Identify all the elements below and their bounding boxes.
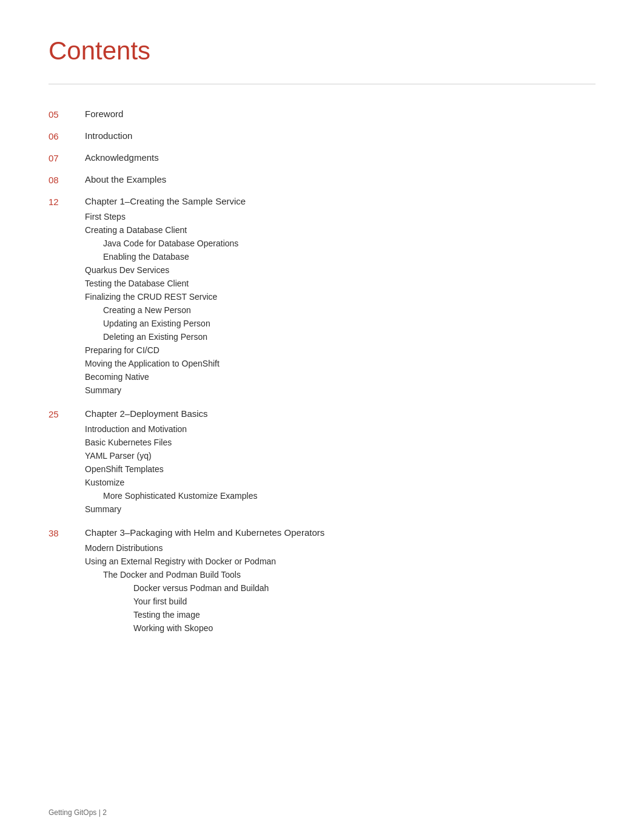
subsection-entry: Moving the Application to OpenShift — [85, 359, 595, 368]
footer: Getting GitOps | 2 — [49, 808, 107, 817]
subsection-entry: More Sophisticated Kustomize Examples — [85, 491, 595, 501]
toc-label: Introduction — [85, 130, 132, 141]
chapter-block: 38 Chapter 3–Packaging with Helm and Kub… — [49, 527, 595, 633]
chapter-number: 12 — [49, 196, 85, 207]
subsection-list: First StepsCreating a Database ClientJav… — [85, 212, 595, 395]
subsection-entry: OpenShift Templates — [85, 464, 595, 474]
subsection-entry: Becoming Native — [85, 372, 595, 382]
subsection-entry: Working with Skopeo — [85, 623, 595, 633]
subsection-entry: Finalizing the CRUD REST Service — [85, 292, 595, 302]
toc-number: 06 — [49, 130, 85, 141]
subsection-entry: The Docker and Podman Build Tools — [85, 570, 595, 580]
subsection-entry: Deleting an Existing Person — [85, 332, 595, 342]
chapter-label: Chapter 3–Packaging with Helm and Kubern… — [85, 527, 324, 538]
subsection-entry: Testing the Database Client — [85, 279, 595, 288]
subsection-entry: Enabling the Database — [85, 252, 595, 262]
chapter-block: 25 Chapter 2–Deployment Basics Introduct… — [49, 408, 595, 514]
subsection-entry: Preparing for CI/CD — [85, 345, 595, 355]
chapter-number: 38 — [49, 527, 85, 538]
subsection-entry: First Steps — [85, 212, 595, 221]
toc-simple-entry: 08 About the Examples — [49, 174, 595, 185]
chapter-number: 25 — [49, 408, 85, 419]
page-title: Contents — [49, 36, 595, 66]
subsection-entry: Modern Distributions — [85, 543, 595, 553]
toc-label: Acknowledgments — [85, 152, 159, 163]
subsection-entry: Testing the image — [85, 610, 595, 620]
subsection-entry: Creating a Database Client — [85, 225, 595, 235]
subsection-entry: Your first build — [85, 597, 595, 606]
subsection-entry: Docker versus Podman and Buildah — [85, 583, 595, 593]
toc-simple-entry: 05 Foreword — [49, 109, 595, 120]
toc-number: 08 — [49, 174, 85, 185]
simple-entries: 05 Foreword 06 Introduction 07 Acknowled… — [49, 109, 595, 185]
subsection-entry: Creating a New Person — [85, 305, 595, 315]
chapter-entries: 12 Chapter 1–Creating the Sample Service… — [49, 196, 595, 633]
subsection-list: Introduction and MotivationBasic Kuberne… — [85, 424, 595, 514]
subsection-entry: Basic Kubernetes Files — [85, 438, 595, 447]
toc-number: 05 — [49, 109, 85, 120]
subsection-entry: Summary — [85, 385, 595, 395]
toc-label: Foreword — [85, 109, 123, 119]
subsection-entry: Updating an Existing Person — [85, 319, 595, 328]
subsection-entry: Kustomize — [85, 478, 595, 487]
subsection-entry: YAML Parser (yq) — [85, 451, 595, 461]
subsection-entry: Introduction and Motivation — [85, 424, 595, 434]
chapter-label: Chapter 1–Creating the Sample Service — [85, 196, 246, 206]
toc-number: 07 — [49, 152, 85, 163]
toc-container: 05 Foreword 06 Introduction 07 Acknowled… — [49, 109, 595, 633]
chapter-block: 12 Chapter 1–Creating the Sample Service… — [49, 196, 595, 395]
subsection-entry: Java Code for Database Operations — [85, 238, 595, 248]
subsection-entry: Using an External Registry with Docker o… — [85, 556, 595, 566]
page: Contents 05 Foreword 06 Introduction 07 … — [0, 0, 644, 835]
chapter-label: Chapter 2–Deployment Basics — [85, 408, 208, 419]
divider — [49, 84, 595, 84]
toc-simple-entry: 06 Introduction — [49, 130, 595, 141]
toc-simple-entry: 07 Acknowledgments — [49, 152, 595, 163]
subsection-list: Modern DistributionsUsing an External Re… — [85, 543, 595, 633]
toc-label: About the Examples — [85, 174, 166, 184]
subsection-entry: Quarkus Dev Services — [85, 265, 595, 275]
subsection-entry: Summary — [85, 504, 595, 514]
